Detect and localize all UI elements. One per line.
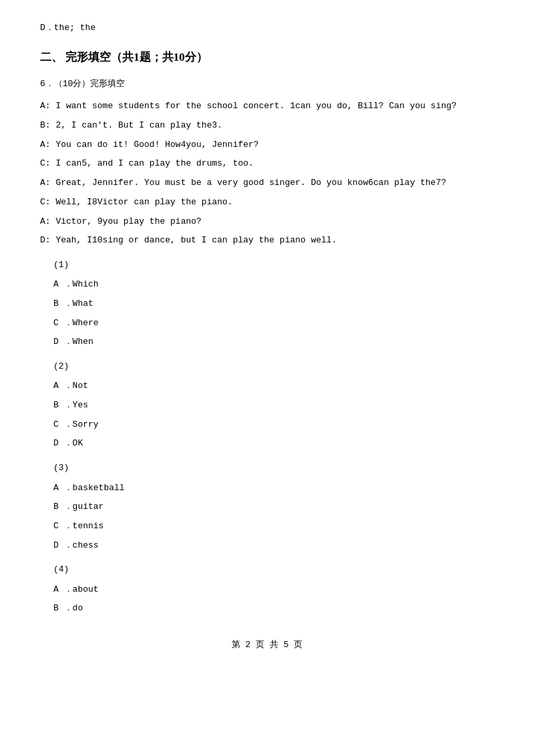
- dialogue-line: A: I want some students for the school c…: [40, 98, 494, 115]
- option-item[interactable]: A ．about: [53, 582, 494, 598]
- sub-question-number: (4): [53, 562, 494, 577]
- dialogue-container: A: I want some students for the school c…: [40, 98, 494, 249]
- dialogue-line: D: Yeah, I10sing or dance, but I can pla…: [40, 232, 494, 249]
- section-title: 二、 完形填空（共1题；共10分）: [40, 47, 494, 68]
- dialogue-line: A: Great, Jennifer. You must be a very g…: [40, 175, 494, 192]
- dialogue-line: B: 2, I can't. But I can play the3.: [40, 118, 494, 134]
- sub-question-number: (1): [53, 257, 494, 272]
- option-item[interactable]: A ．Which: [53, 276, 494, 293]
- top-line: D．the; the: [40, 20, 494, 35]
- question-header: 6．（10分）完形填空: [40, 76, 494, 91]
- subquestions-container: (1)A ．WhichB ．WhatC ．WhereD ．When(2)A ．N…: [40, 257, 494, 617]
- option-item[interactable]: B ．What: [53, 296, 494, 313]
- option-item[interactable]: C ．Where: [53, 315, 494, 332]
- dialogue-line: A: You can do it! Good! How4you, Jennife…: [40, 137, 494, 154]
- option-item[interactable]: D ．chess: [53, 538, 494, 554]
- option-item[interactable]: C ．Sorry: [53, 417, 494, 433]
- page-footer: 第 2 页 共 5 页: [40, 637, 494, 652]
- sub-question-number: (2): [53, 359, 494, 374]
- dialogue-line: C: Well, I8Victor can play the piano.: [40, 194, 494, 211]
- option-item[interactable]: D ．When: [53, 334, 494, 351]
- option-item[interactable]: B ．do: [53, 600, 494, 617]
- sub-question-number: (3): [53, 460, 494, 476]
- option-item[interactable]: B ．Yes: [53, 397, 494, 414]
- option-item[interactable]: D ．OK: [53, 435, 494, 452]
- option-item[interactable]: A ．Not: [53, 378, 494, 395]
- option-item[interactable]: A ．basketball: [53, 480, 494, 497]
- option-item[interactable]: C ．tennis: [53, 518, 494, 535]
- option-item[interactable]: B ．guitar: [53, 499, 494, 516]
- dialogue-line: C: I can5, and I can play the drums, too…: [40, 156, 494, 172]
- dialogue-line: A: Victor, 9you play the piano?: [40, 214, 494, 230]
